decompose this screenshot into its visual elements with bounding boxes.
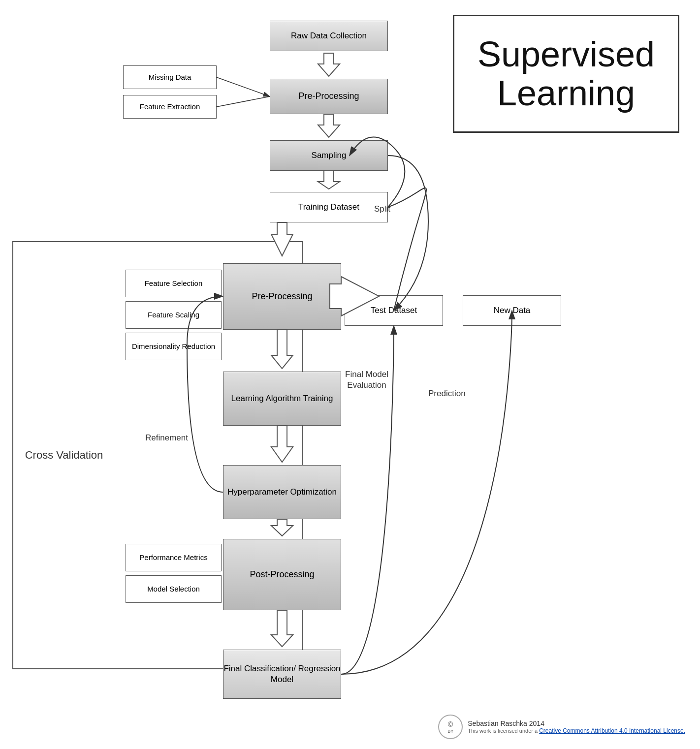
license-link[interactable]: Creative Commons Attribution 4.0 Interna… — [539, 727, 685, 734]
hyperparameter-box: Hyperparameter Optimization — [223, 465, 341, 519]
pre-processing-mid-box: Pre-Processing — [223, 263, 341, 330]
raw-data-box: Raw Data Collection — [270, 21, 388, 51]
missing-data-box: Missing Data — [123, 65, 217, 89]
new-data-box: New Data — [463, 295, 561, 326]
feature-extraction-box: Feature Extraction — [123, 95, 217, 119]
cc-badge: © BY — [438, 715, 463, 739]
learning-algorithm-box: Learning Algorithm Training — [223, 372, 341, 426]
footer: © BY Sebastian Raschka 2014 This work is… — [438, 715, 685, 739]
dimensionality-reduction-box: Dimensionality Reduction — [126, 333, 222, 360]
refinement-label: Refinement — [145, 433, 188, 443]
pre-processing-top-box: Pre-Processing — [270, 79, 388, 114]
svg-marker-2 — [318, 53, 340, 76]
model-selection-box: Model Selection — [126, 575, 222, 603]
supervised-learning-title: Supervised Learning — [453, 15, 679, 133]
svg-line-12 — [217, 77, 270, 96]
post-processing-box: Post-Processing — [223, 539, 341, 610]
svg-marker-3 — [318, 114, 340, 137]
prediction-label: Prediction — [428, 389, 466, 399]
final-classification-box: Final Classification/ Regression Model — [223, 650, 341, 699]
svg-line-13 — [217, 96, 270, 107]
cross-validation-label: Cross Validation — [12, 241, 116, 669]
final-model-evaluation-label: Final Model Evaluation — [335, 369, 399, 391]
diagram-container: Supervised Learning Cross Validation Mis… — [0, 0, 700, 749]
cc-text: Sebastian Raschka 2014 This work is lice… — [468, 719, 685, 734]
svg-marker-4 — [318, 171, 340, 189]
performance-metrics-box: Performance Metrics — [126, 544, 222, 571]
feature-scaling-box: Feature Scaling — [126, 301, 222, 329]
feature-selection-box: Feature Selection — [126, 270, 222, 297]
test-dataset-box: Test Dataset — [345, 295, 443, 326]
training-dataset-box: Training Dataset — [270, 192, 388, 222]
split-label: Split — [374, 204, 390, 214]
sampling-box: Sampling — [270, 140, 388, 171]
